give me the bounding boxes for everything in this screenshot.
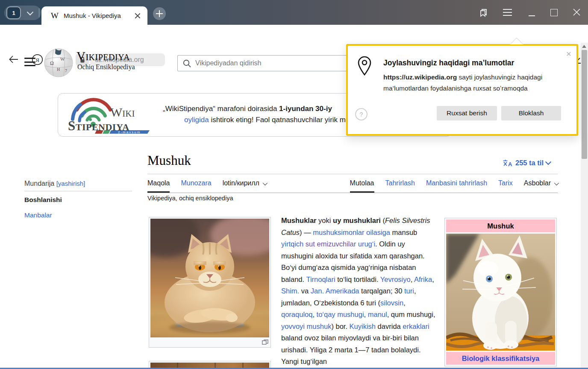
link-mushuksimonlar[interactable]: mushuksimonlar oilasiga — [313, 228, 390, 236]
link-qoraquloq[interactable]: qoraquloq — [281, 310, 312, 318]
browser-menu-icon[interactable] — [503, 9, 512, 18]
tab-title: Mushuk - Vikipediya — [64, 12, 121, 19]
bookmarks-panel-icon[interactable] — [477, 7, 488, 18]
scrollbar-up-arrow[interactable] — [582, 45, 586, 48]
link-toqay-mushugi[interactable]: toʻqay mushugi — [317, 310, 364, 318]
link-jan-amerikada[interactable]: Jan. Amerikada — [311, 287, 359, 295]
link-yovvoyi-mushuk[interactable]: yovvoyi mushuk — [281, 322, 331, 330]
wikipedia-favicon: W — [51, 11, 59, 20]
text-segment: davrida — [376, 322, 403, 330]
browser-tab[interactable]: W Mushuk - Vikipediya — [41, 6, 147, 25]
tab-manbasini-tahrirlash[interactable]: Manbasini tahrirlash — [426, 179, 487, 193]
text-segment: , — [432, 275, 434, 283]
text-segment: toʻliq tortiladi. — [335, 275, 380, 283]
link-sut-emizuvchilar[interactable]: sut emizuvchilar — [306, 240, 356, 248]
language-count-label: 255 ta til — [515, 159, 544, 167]
permission-dialog-title: Joylashuvingiz haqidagi ma’lumotlar — [383, 59, 514, 67]
wikipedia-globe-logo[interactable]: Ω W H 7 — [43, 47, 74, 78]
link-manul[interactable]: manul — [368, 310, 387, 318]
svg-text:2-mavsum: 2-mavsum — [118, 130, 141, 134]
chevron-down-icon — [27, 9, 34, 16]
svg-text:H: H — [57, 67, 60, 72]
permission-dialog-body: https://uz.wikipedia.org sayti joylashuv… — [383, 72, 566, 94]
allow-button[interactable]: Ruxsat berish — [437, 106, 497, 120]
text-segment: , — [411, 275, 414, 283]
location-pin-icon — [357, 56, 372, 76]
browser-window: 1 W Mushuk - Vikipediya — [0, 0, 588, 369]
kitten-image[interactable] — [446, 234, 555, 351]
text-segment: , qum mushugi, — [387, 310, 435, 318]
tab-close-icon[interactable] — [135, 13, 141, 19]
svg-text:A: A — [508, 161, 512, 167]
dialog-close-icon[interactable]: × — [566, 49, 571, 58]
article-paragraph: Mushuklar yoki uy mushuklari (Felis Silv… — [281, 215, 438, 368]
infobox: Mushuk — [444, 218, 557, 366]
text-segment: ishtirok eting! Faol qatnashuvchilar yir… — [209, 116, 350, 124]
tab-tarix[interactable]: Tarix — [498, 179, 513, 193]
wiki-main-menu-icon[interactable] — [24, 58, 35, 69]
text-segment: , — [403, 299, 406, 307]
text-segment: , — [364, 310, 368, 318]
text-segment: 1-iyundan 30-iy — [279, 105, 332, 113]
page-title: Mushuk — [147, 153, 191, 168]
wikistipendiya-logo: Wiki Stipendiya 2-mavsum — [68, 96, 151, 135]
svg-text:Ω: Ω — [50, 60, 54, 66]
link-yirtqich[interactable]: yirtqich — [281, 240, 303, 248]
help-icon[interactable]: ? — [355, 108, 368, 120]
text-segment: ) bor. — [331, 322, 349, 330]
link-silovsin[interactable]: silovsin — [380, 299, 403, 307]
toc-item-boshlanishi[interactable]: Boshlanishi — [24, 196, 62, 204]
link-erkaklari[interactable]: erkaklari — [403, 322, 429, 330]
link-urugi[interactable]: urugʻi — [358, 240, 375, 248]
maximize-button[interactable] — [550, 9, 558, 16]
wiki-wordmark[interactable]: Vikipediya — [76, 49, 130, 63]
enlarge-icon[interactable] — [262, 340, 268, 345]
new-tab-button[interactable] — [153, 7, 166, 20]
banner-link-oyligida[interactable]: oyligida — [184, 116, 209, 124]
title-rule — [147, 174, 558, 174]
article-tabs-left: MaqolaMunozaralotin/кирилл — [147, 179, 266, 193]
location-permission-dialog: Joylashuvingiz haqidagi ma’lumotlar http… — [346, 44, 578, 136]
back-button[interactable] — [9, 55, 19, 64]
text-segment: baland ovoz bilan miyovlaydi va bir-biri… — [281, 334, 421, 365]
text-segment: tarqalgan; 30 — [359, 287, 405, 295]
permission-site-url: https://uz.wikipedia.org — [383, 73, 457, 81]
tab-tahrirlash[interactable]: Tahrirlash — [385, 179, 415, 193]
dialog-caret — [507, 37, 526, 44]
article-tabs-right: MutolaaTahrirlashManbasini tahrirlashTar… — [350, 179, 558, 193]
tab-group-selector[interactable]: 1 — [4, 6, 41, 20]
scrollbar-thumb[interactable] — [582, 50, 587, 159]
text-segment: , — [312, 310, 316, 318]
svg-text:Я: Я — [35, 57, 39, 63]
tab-count-badge[interactable]: 1 — [6, 6, 21, 19]
tab-mutolaa[interactable]: Mutolaa — [350, 179, 374, 193]
toc-item-manbalar[interactable]: Manbalar — [24, 211, 52, 219]
article-thumbnail-cat[interactable] — [149, 217, 271, 348]
text-segment: ( — [381, 217, 385, 224]
tab-variant-selector[interactable]: lotin/кирилл — [223, 179, 266, 193]
text-segment: ) — — [300, 228, 313, 236]
link-afrika[interactable]: Afrika — [414, 275, 432, 283]
chevron-down-icon — [545, 159, 551, 165]
tab-asboblar[interactable]: Asboblar — [524, 179, 558, 193]
toc-hide-link[interactable]: [yashirish] — [56, 180, 85, 187]
link-tirnoqlari[interactable]: Tirnoqlari — [306, 275, 335, 283]
link-yevrosiyo[interactable]: Yevrosiyo — [380, 275, 411, 283]
minimize-button[interactable] — [529, 15, 535, 16]
text-segment: Mushuklar — [281, 217, 317, 224]
toc-header: Mundarija [yashirish] — [24, 180, 85, 187]
cat-on-book-image[interactable] — [150, 219, 269, 337]
thumbnail-caption-bar — [150, 337, 269, 346]
language-selector-button[interactable]: A 255 ta til — [503, 159, 550, 167]
tab-maqola[interactable]: Maqola — [147, 179, 170, 193]
text-segment: mansub — [390, 228, 417, 236]
link-kuyikish[interactable]: Kuyikish — [350, 322, 376, 330]
tab-munozara[interactable]: Munozara — [181, 179, 211, 193]
text-segment: yoki — [317, 217, 333, 224]
close-window-button[interactable] — [573, 9, 580, 16]
link-turi[interactable]: turi — [404, 287, 414, 295]
infobox-classification-link[interactable]: Biologik klassifikatsiya — [446, 352, 555, 365]
link-shim[interactable]: Shim. — [281, 287, 299, 295]
block-button[interactable]: Bloklash — [501, 106, 561, 120]
translate-icon: A — [503, 159, 513, 167]
